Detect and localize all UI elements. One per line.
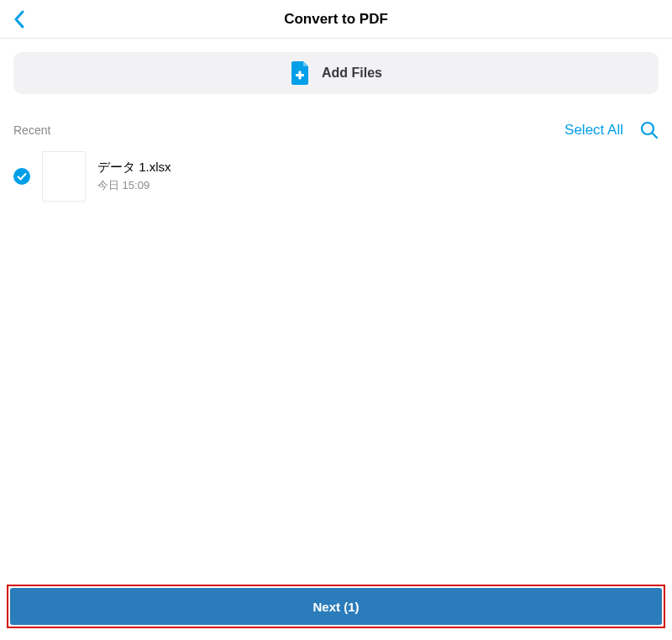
file-item[interactable]: データ 1.xlsx 今日 15:09: [0, 151, 672, 202]
add-files-label: Add Files: [322, 66, 382, 81]
selected-check-icon: [13, 168, 30, 185]
file-name: データ 1.xlsx: [97, 160, 171, 176]
svg-point-4: [13, 168, 30, 185]
file-timestamp: 今日 15:09: [97, 178, 171, 193]
next-button-highlight: Next (1): [7, 585, 665, 628]
file-meta: データ 1.xlsx 今日 15:09: [97, 160, 171, 193]
select-all-button[interactable]: Select All: [564, 122, 623, 139]
search-button[interactable]: [640, 121, 659, 139]
next-button[interactable]: Next (1): [10, 588, 662, 625]
page-title: Convert to PDF: [284, 11, 388, 28]
file-thumbnail: [42, 151, 86, 202]
section-header: Recent Select All: [0, 94, 672, 151]
search-icon: [640, 121, 659, 139]
section-actions: Select All: [564, 121, 659, 139]
header: Convert to PDF: [0, 0, 672, 39]
add-files-button[interactable]: Add Files: [13, 52, 659, 94]
add-file-icon: [290, 61, 310, 85]
section-title: Recent: [13, 123, 50, 137]
chevron-left-icon: [13, 10, 25, 29]
svg-line-3: [652, 133, 657, 138]
svg-rect-1: [298, 71, 301, 80]
back-button[interactable]: [13, 10, 25, 29]
next-button-label: Next (1): [312, 600, 359, 614]
